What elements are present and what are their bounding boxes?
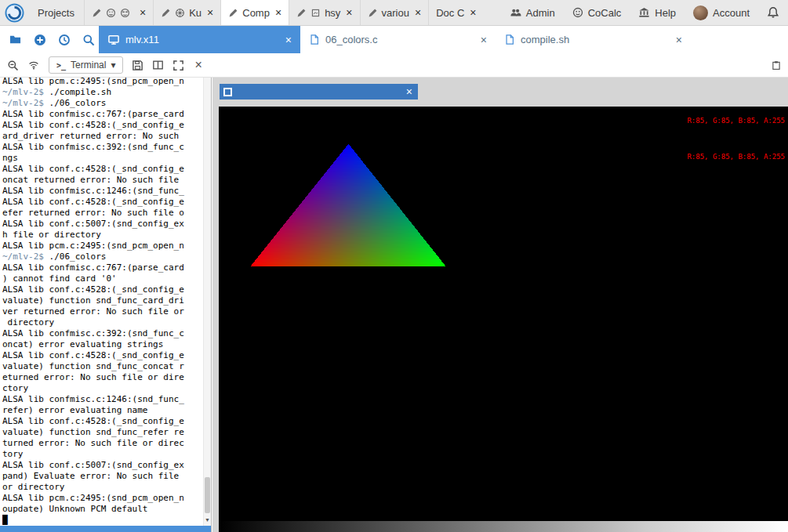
cocalc-logo-icon[interactable] bbox=[0, 0, 28, 25]
terminal-line: ALSA lib confmisc.c:392:(snd_func_c bbox=[2, 142, 202, 153]
project-tab-1[interactable]: × bbox=[84, 0, 153, 25]
close-project-tab-icon[interactable]: × bbox=[415, 7, 421, 18]
file-tab-mlv-x11[interactable]: mlv.x11 × bbox=[99, 26, 300, 53]
close-file-tab-icon[interactable]: × bbox=[481, 34, 487, 46]
project-tab-4[interactable]: hsy × bbox=[289, 0, 359, 25]
projects-button[interactable]: Projects bbox=[28, 0, 84, 25]
project-tab-label: Ku bbox=[189, 7, 202, 19]
x11-display-pane: × R:85, G:85, B:85, A:255 R:85, G:85, B:… bbox=[212, 78, 788, 532]
terminal-line: ~/mlv-2$ ./compile.sh bbox=[2, 87, 202, 98]
close-project-tab-icon[interactable]: × bbox=[140, 7, 146, 18]
terminal-line: ALSA lib conf.c:5007:(snd_config_ex bbox=[2, 460, 202, 471]
notifications-button[interactable] bbox=[758, 0, 788, 25]
terminal-line: ALSA lib confmisc.c:767:(parse_card bbox=[2, 262, 202, 273]
x11-app-canvas[interactable]: R:85, G:85, B:85, A:255 R:85, G:85, B:85… bbox=[219, 107, 788, 532]
terminal-line: ~/mlv-2$ ./06_colors bbox=[2, 252, 202, 262]
users-icon bbox=[510, 7, 521, 18]
close-file-tab-icon[interactable]: × bbox=[285, 34, 292, 46]
pencil-icon bbox=[368, 8, 378, 18]
terminal-line: ALSA lib conf.c:4528:(_snd_config_e bbox=[2, 416, 202, 427]
terminal-line: ALSA lib pcm.c:2495:(snd_pcm_open_n bbox=[2, 241, 202, 252]
project-tab-label: Comp bbox=[242, 7, 270, 19]
file-tab-06-colors-c[interactable]: 06_colors.c × bbox=[300, 26, 496, 53]
close-project-tab-icon[interactable]: × bbox=[275, 7, 281, 18]
smiley-icon bbox=[106, 8, 116, 18]
close-project-tab-icon[interactable]: × bbox=[346, 7, 352, 18]
project-tab-3-active[interactable]: Comp × bbox=[220, 0, 289, 25]
help-label: Help bbox=[655, 7, 676, 19]
terminal-line: ALSA lib pcm.c:2495:(snd_pcm_open_n bbox=[2, 493, 202, 504]
file-toolbar bbox=[0, 26, 99, 53]
terminal-frame-toolbar: >_ Terminal ▾ × bbox=[0, 53, 788, 78]
close-frame-icon[interactable]: × bbox=[194, 58, 202, 72]
main-content: ALSA lib pcm.c:2495:(snd_pcm_open_n~/mlv… bbox=[0, 78, 788, 532]
scrollbar-thumb[interactable] bbox=[205, 477, 210, 513]
terminal-line: pand) Evaluate error: No such file bbox=[2, 471, 202, 482]
terminal-output[interactable]: ALSA lib pcm.c:2495:(snd_pcm_open_n~/mlv… bbox=[2, 76, 202, 526]
admin-label: Admin bbox=[526, 7, 555, 19]
pencil-icon bbox=[92, 8, 102, 18]
folder-open-icon[interactable] bbox=[9, 34, 22, 45]
bank-icon bbox=[638, 7, 650, 18]
close-window-icon[interactable]: × bbox=[401, 86, 418, 97]
chevron-down-icon: ▾ bbox=[111, 60, 115, 71]
wifi-connection-icon[interactable] bbox=[27, 60, 40, 71]
terminal-prompt: ~/mlv-2$ bbox=[2, 98, 44, 108]
account-button[interactable]: Account bbox=[685, 0, 758, 25]
terminal-line: ctory bbox=[2, 383, 202, 394]
terminal-line: oupdate) Unknown PCM default bbox=[2, 504, 202, 515]
save-icon[interactable] bbox=[132, 60, 143, 71]
pixel-color-readout-2: R:85, G:85, B:85, A:255 bbox=[687, 153, 785, 161]
close-file-tab-icon[interactable]: × bbox=[676, 34, 682, 46]
pencil-icon bbox=[161, 8, 171, 18]
project-tab-6[interactable]: Doc C × bbox=[428, 0, 483, 25]
terminal-line: valuate) function snd_func_concat r bbox=[2, 361, 202, 372]
admin-button[interactable]: Admin bbox=[501, 0, 564, 25]
pixel-color-readout-1: R:85, G:85, B:85, A:255 bbox=[687, 117, 785, 125]
account-label: Account bbox=[713, 7, 750, 19]
scrollbar-down-arrow-icon[interactable]: ▼ bbox=[204, 516, 211, 524]
split-columns-icon[interactable] bbox=[152, 60, 164, 71]
top-nav: Projects × Ku × Comp × hsy × variou × Do… bbox=[0, 0, 788, 26]
window-menu-icon[interactable] bbox=[223, 88, 232, 96]
search-icon[interactable] bbox=[82, 34, 95, 46]
file-tab-label: 06_colors.c bbox=[325, 34, 377, 45]
project-tab-2[interactable]: Ku × bbox=[153, 0, 220, 25]
close-project-tab-icon[interactable]: × bbox=[470, 7, 476, 18]
x11-window-titlebar[interactable]: × bbox=[220, 84, 418, 100]
file-tab-label: compile.sh bbox=[521, 34, 569, 45]
clipboard-icon[interactable] bbox=[772, 60, 781, 71]
terminal-line: █ bbox=[2, 515, 202, 526]
terminal-line: turned error: No such file or direc bbox=[2, 438, 202, 449]
terminal-line: oncat) error evaluating strings bbox=[2, 339, 202, 350]
terminal-line: ALSA lib conf.c:4528:(_snd_config_e bbox=[2, 197, 202, 208]
project-tab-5[interactable]: variou × bbox=[360, 0, 429, 25]
sunglasses-smiley-icon bbox=[120, 8, 130, 18]
fullscreen-expand-icon[interactable] bbox=[172, 60, 184, 71]
cocalc-button[interactable]: CoCalc bbox=[564, 0, 630, 25]
terminal-line: valuate) function snd_func_card_dri bbox=[2, 295, 202, 306]
terminal-line: ALSA lib conf.c:4528:(_snd_config_e bbox=[2, 164, 202, 175]
file-icon bbox=[309, 34, 320, 45]
history-icon[interactable] bbox=[58, 34, 71, 46]
terminal-type-dropdown[interactable]: >_ Terminal ▾ bbox=[49, 56, 123, 74]
monitor-icon bbox=[107, 34, 120, 45]
terminal-line: directory bbox=[2, 317, 202, 328]
terminal-line: ALSA lib conf.c:4528:(_snd_config_e bbox=[2, 350, 202, 361]
terminal-line: ALSA lib confmisc.c:392:(snd_func_c bbox=[2, 328, 202, 339]
terminal-line: ) cannot find card '0' bbox=[2, 273, 202, 284]
terminal-scrollbar[interactable]: ▼ bbox=[203, 78, 211, 526]
terminal-line: ngs bbox=[2, 153, 202, 164]
terminal-line: tory bbox=[2, 449, 202, 460]
help-button[interactable]: Help bbox=[630, 0, 685, 25]
cocalc-label: CoCalc bbox=[588, 7, 622, 19]
terminal-prompt: ~/mlv-2$ bbox=[2, 252, 44, 262]
terminal-line: refer) error evaluating name bbox=[2, 405, 202, 416]
terminal-line: ver returned error: No such file or bbox=[2, 306, 202, 317]
terminal-line: ALSA lib conf.c:4528:(_snd_config_e bbox=[2, 120, 202, 131]
plus-circle-icon[interactable] bbox=[34, 34, 46, 46]
project-tab-label: variou bbox=[382, 7, 409, 19]
close-project-tab-icon[interactable]: × bbox=[207, 7, 213, 18]
file-tab-compile-sh[interactable]: compile.sh × bbox=[496, 26, 691, 53]
zoom-out-icon[interactable] bbox=[7, 60, 19, 71]
